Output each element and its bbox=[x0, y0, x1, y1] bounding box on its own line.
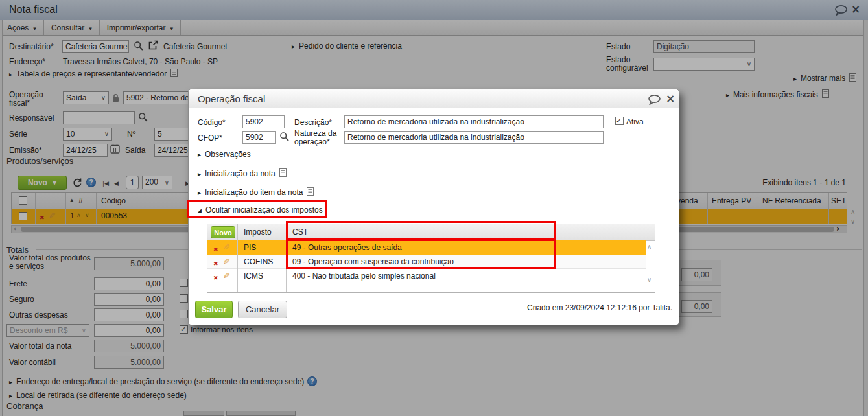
triangle-right-icon bbox=[198, 169, 201, 178]
document-icon bbox=[279, 168, 287, 179]
inicializacao-nota-toggle[interactable]: Inicialização da nota bbox=[198, 168, 287, 179]
cfop-label: CFOP* bbox=[198, 134, 222, 143]
natureza-operacao-label: Natureza da operação* bbox=[294, 130, 344, 146]
descricao-input[interactable]: Retorno de mercadoria utilizada na indus… bbox=[344, 115, 604, 128]
annotation-box-ocultar-impostos bbox=[187, 200, 327, 218]
close-icon[interactable]: × bbox=[666, 92, 675, 105]
cancelar-button[interactable]: Cancelar bbox=[238, 301, 287, 318]
scroll-down-icon[interactable]: ∨ bbox=[647, 277, 651, 283]
salvar-button[interactable]: Salvar bbox=[195, 301, 233, 318]
document-icon bbox=[307, 187, 314, 198]
nota-fiscal-window: Nota fiscal × Ações Consultar Imprimir/e… bbox=[0, 0, 868, 416]
delete-row-icon[interactable] bbox=[213, 273, 218, 282]
descricao-label: Descrição* bbox=[294, 119, 332, 127]
comment-icon[interactable] bbox=[648, 95, 661, 107]
search-icon[interactable] bbox=[279, 132, 290, 144]
codigo-label: Código* bbox=[198, 119, 226, 127]
cst-cell: 400 - Não tributada pelo simples naciona… bbox=[292, 272, 436, 281]
delete-row-icon[interactable] bbox=[213, 244, 218, 253]
novo-imposto-button[interactable]: Novo bbox=[211, 226, 235, 238]
imposto-cell: PIS bbox=[244, 244, 256, 252]
cfop-input[interactable]: 5902 bbox=[242, 131, 276, 144]
imposto-cell: COFINS bbox=[244, 258, 273, 266]
triangle-right-icon bbox=[198, 188, 201, 197]
observacoes-toggle[interactable]: Observações bbox=[198, 150, 251, 159]
annotation-box-cst-header bbox=[286, 221, 556, 240]
ativa-label: Ativa bbox=[626, 118, 644, 126]
imposto-cell: ICMS bbox=[244, 272, 263, 281]
edit-row-icon[interactable] bbox=[223, 242, 230, 252]
col-imposto-header[interactable]: Imposto bbox=[244, 228, 272, 237]
dialog-titlebar: Operação fiscal × bbox=[189, 89, 679, 108]
codigo-input[interactable]: 5902 bbox=[242, 115, 285, 128]
scroll-up-icon[interactable]: ∧ bbox=[647, 244, 651, 250]
dialog-title: Operação fiscal bbox=[198, 93, 265, 104]
edit-row-icon[interactable] bbox=[223, 271, 230, 281]
triangle-right-icon bbox=[198, 150, 201, 159]
natureza-operacao-input[interactable]: Retorno de mercadoria utilizada na indus… bbox=[344, 131, 604, 144]
edit-row-icon[interactable] bbox=[223, 257, 230, 266]
delete-row-icon[interactable] bbox=[213, 259, 218, 268]
created-by-text: Criado em 23/09/2024 12:12:16 por Talita… bbox=[527, 304, 672, 312]
ativa-checkbox[interactable] bbox=[615, 117, 624, 125]
annotation-box-cst-rows bbox=[286, 239, 556, 269]
inicializacao-item-toggle[interactable]: Inicialização do item da nota bbox=[198, 187, 314, 198]
